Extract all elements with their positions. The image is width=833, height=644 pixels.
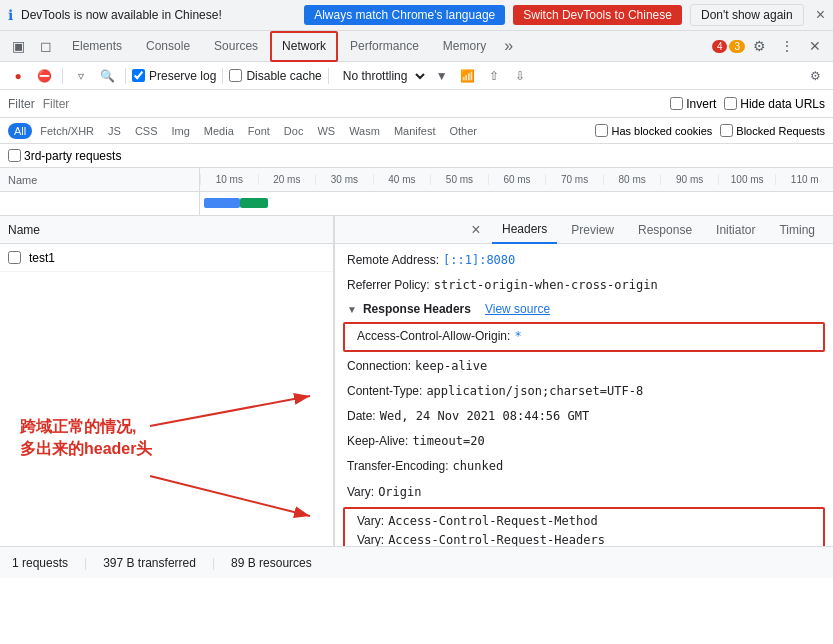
resources-size: 89 B resources [231, 556, 312, 570]
request-name: test1 [29, 251, 55, 265]
requests-count: 1 requests [12, 556, 68, 570]
toolbar-separator-2 [125, 68, 126, 84]
network-toolbar: ● ⛔ ▿ 🔍 Preserve log Disable cache No th… [0, 62, 833, 90]
type-css[interactable]: CSS [129, 123, 164, 139]
name-column-header: Name [0, 168, 200, 191]
vary-origin-row: Vary: Origin [335, 480, 833, 505]
tl-bar-area [200, 192, 833, 215]
triangle-icon: ▼ [347, 304, 357, 315]
third-party-row: 3rd-party requests [0, 144, 833, 168]
annotation-text: 跨域正常的情况, 多出来的header头 [20, 416, 152, 461]
right-content: Remote Address: [::1]:8080 Referrer Poli… [335, 244, 833, 546]
vary-method-val: Access-Control-Request-Method [388, 512, 598, 531]
connection-row: Connection: keep-alive [335, 354, 833, 379]
wifi-icon[interactable]: 📶 [456, 64, 480, 88]
type-doc[interactable]: Doc [278, 123, 310, 139]
invert-checkbox[interactable]: Invert [670, 97, 716, 111]
toolbar-separator-1 [62, 68, 63, 84]
tick-30ms: 30 ms [315, 174, 373, 185]
type-fetch-xhr[interactable]: Fetch/XHR [34, 123, 100, 139]
tab-more-button[interactable]: » [498, 37, 519, 55]
tab-performance[interactable]: Performance [338, 31, 431, 62]
settings-icon[interactable]: ⚙ [745, 32, 773, 60]
notification-bar: ℹ DevTools is now available in Chinese! … [0, 0, 833, 31]
date-val: Wed, 24 Nov 2021 08:44:56 GMT [380, 407, 590, 426]
error-badge: 4 [712, 40, 728, 53]
preserve-log-checkbox[interactable]: Preserve log [132, 69, 216, 83]
type-all[interactable]: All [8, 123, 32, 139]
tab-headers[interactable]: Headers [492, 216, 557, 244]
close-right-panel-icon[interactable]: × [464, 218, 488, 242]
access-control-val: * [514, 327, 521, 346]
hide-data-urls-checkbox[interactable]: Hide data URLs [724, 97, 825, 111]
import-icon[interactable]: ⇧ [482, 64, 506, 88]
filter-row: Filter Invert Hide data URLs [0, 90, 833, 118]
type-js[interactable]: JS [102, 123, 127, 139]
type-wasm[interactable]: Wasm [343, 123, 386, 139]
tab-response[interactable]: Response [628, 216, 702, 244]
tick-40ms: 40 ms [373, 174, 431, 185]
vary-headers-row: Vary: Access-Control-Request-Headers [357, 531, 811, 546]
tab-initiator[interactable]: Initiator [706, 216, 765, 244]
type-img[interactable]: Img [166, 123, 196, 139]
throttle-dropdown-icon[interactable]: ▼ [430, 64, 454, 88]
devtools-tab-bar: ▣ ◻ Elements Console Sources Network Per… [0, 31, 833, 62]
search-icon[interactable]: 🔍 [95, 64, 119, 88]
export-icon[interactable]: ⇩ [508, 64, 532, 88]
request-item-test1[interactable]: test1 [0, 244, 333, 272]
clear-button[interactable]: ⛔ [32, 64, 56, 88]
type-font[interactable]: Font [242, 123, 276, 139]
throttle-select[interactable]: No throttling [335, 68, 428, 84]
type-other[interactable]: Other [443, 123, 483, 139]
transfer-encoding-val: chunked [453, 457, 504, 476]
has-blocked-cookies-checkbox[interactable]: Has blocked cookies [595, 124, 712, 137]
tab-network[interactable]: Network [270, 31, 338, 62]
remote-address-key: Remote Address: [347, 251, 439, 270]
type-media[interactable]: Media [198, 123, 240, 139]
transferred-size: 397 B transferred [103, 556, 196, 570]
referrer-policy-key: Referrer Policy: [347, 276, 430, 295]
third-party-checkbox[interactable]: 3rd-party requests [8, 149, 121, 163]
annotation-arrows [0, 376, 335, 546]
record-button[interactable]: ● [6, 64, 30, 88]
dont-show-button[interactable]: Don't show again [690, 4, 804, 26]
type-manifest[interactable]: Manifest [388, 123, 442, 139]
response-headers-section-title: ▼ Response Headers View source [335, 298, 833, 320]
tab-preview[interactable]: Preview [561, 216, 624, 244]
tl-bar-blue [204, 198, 240, 208]
warning-badge: 3 [729, 40, 745, 53]
tick-70ms: 70 ms [545, 174, 603, 185]
type-ws[interactable]: WS [311, 123, 341, 139]
filter-label: Filter [8, 97, 35, 111]
vary-origin-key: Vary: [347, 483, 374, 502]
tab-timing[interactable]: Timing [769, 216, 825, 244]
tab-memory[interactable]: Memory [431, 31, 498, 62]
match-language-button[interactable]: Always match Chrome's language [304, 5, 505, 25]
tab-elements[interactable]: Elements [60, 31, 134, 62]
close-notification-icon[interactable]: × [816, 6, 825, 24]
tab-sources[interactable]: Sources [202, 31, 270, 62]
filter-input[interactable] [43, 97, 663, 111]
transfer-encoding-key: Transfer-Encoding: [347, 457, 449, 476]
vary-headers-key: Vary: [357, 531, 384, 546]
switch-chinese-button[interactable]: Switch DevTools to Chinese [513, 5, 682, 25]
tab-console[interactable]: Console [134, 31, 202, 62]
more-options-icon[interactable]: ⋮ [773, 32, 801, 60]
tab-icon-inspect[interactable]: ▣ [4, 32, 32, 60]
close-devtools-icon[interactable]: ✕ [801, 32, 829, 60]
tick-60ms: 60 ms [488, 174, 546, 185]
access-control-row: Access-Control-Allow-Origin: * [343, 322, 825, 351]
tick-100ms: 100 ms [718, 174, 776, 185]
blocked-requests-checkbox[interactable]: Blocked Requests [720, 124, 825, 137]
disable-cache-checkbox[interactable]: Disable cache [229, 69, 321, 83]
tick-20ms: 20 ms [258, 174, 316, 185]
referrer-policy-val: strict-origin-when-cross-origin [434, 276, 658, 295]
tab-icon-device[interactable]: ◻ [32, 32, 60, 60]
tick-110ms: 110 m [775, 174, 833, 185]
network-settings-icon[interactable]: ⚙ [803, 64, 827, 88]
view-source-link[interactable]: View source [485, 302, 550, 316]
response-headers-label: Response Headers [363, 302, 471, 316]
filter-icon[interactable]: ▿ [69, 64, 93, 88]
request-checkbox[interactable] [8, 251, 21, 264]
vary-group-box: Vary: Access-Control-Request-Method Vary… [343, 507, 825, 546]
